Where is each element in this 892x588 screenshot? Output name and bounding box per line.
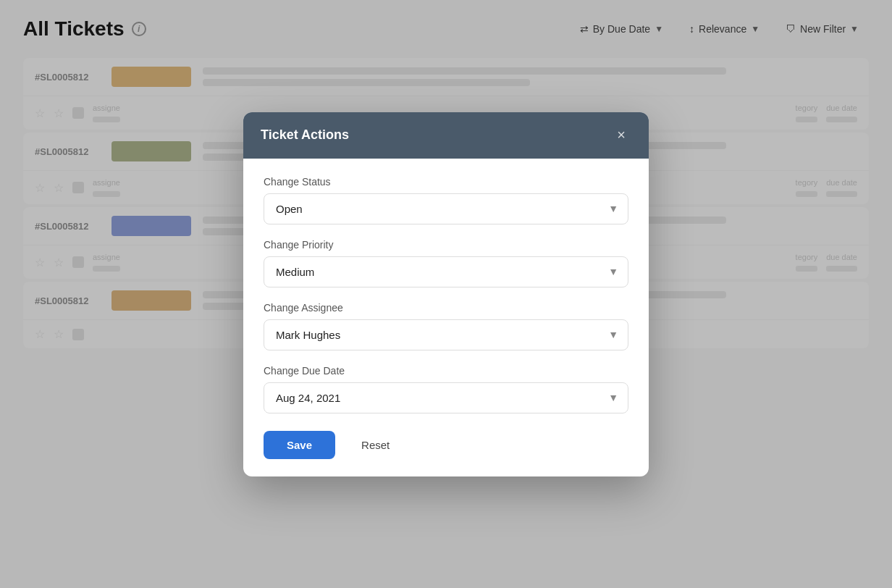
status-select-wrapper: Open Closed Pending ▼: [264, 193, 628, 224]
save-button[interactable]: Save: [264, 431, 335, 459]
modal-footer: Save Reset: [243, 431, 649, 476]
modal-overlay: Ticket Actions × Change Status Open Clos…: [0, 0, 892, 588]
modal-title: Ticket Actions: [261, 127, 349, 143]
change-priority-label: Change Priority: [264, 239, 628, 251]
assignee-select-wrapper: Mark Hughes Jane Smith John Doe ▼: [264, 319, 628, 350]
change-assignee-field: Change Assignee Mark Hughes Jane Smith J…: [264, 302, 628, 350]
change-status-field: Change Status Open Closed Pending ▼: [264, 176, 628, 224]
status-select[interactable]: Open Closed Pending: [264, 193, 628, 224]
close-icon: ×: [617, 127, 626, 143]
due-date-select-wrapper: Aug 24, 2021 Sep 1, 2021 Sep 15, 2021 ▼: [264, 382, 628, 413]
modal-header: Ticket Actions ×: [243, 112, 649, 159]
modal-close-button[interactable]: ×: [611, 125, 631, 146]
modal-body: Change Status Open Closed Pending ▼ Chan…: [243, 159, 649, 431]
priority-select[interactable]: Low Medium High Critical: [264, 256, 628, 287]
ticket-actions-modal: Ticket Actions × Change Status Open Clos…: [243, 112, 649, 476]
priority-select-wrapper: Low Medium High Critical ▼: [264, 256, 628, 287]
due-date-select[interactable]: Aug 24, 2021 Sep 1, 2021 Sep 15, 2021: [264, 382, 628, 413]
change-assignee-label: Change Assignee: [264, 302, 628, 314]
reset-button[interactable]: Reset: [347, 431, 404, 459]
change-due-date-label: Change Due Date: [264, 365, 628, 377]
assignee-select[interactable]: Mark Hughes Jane Smith John Doe: [264, 319, 628, 350]
change-status-label: Change Status: [264, 176, 628, 188]
change-priority-field: Change Priority Low Medium High Critical…: [264, 239, 628, 287]
change-due-date-field: Change Due Date Aug 24, 2021 Sep 1, 2021…: [264, 365, 628, 413]
